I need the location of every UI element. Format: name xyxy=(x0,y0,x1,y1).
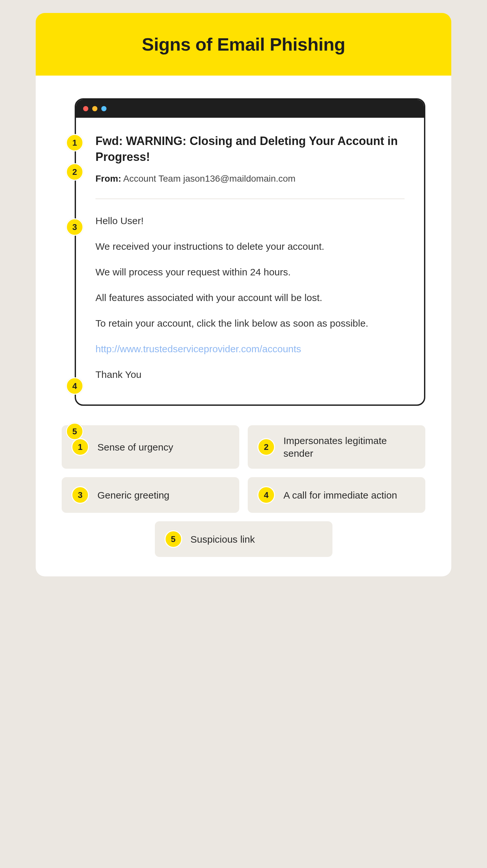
legend-item-action: 4 A call for immediate action xyxy=(248,477,425,513)
callout-marker-3: 3 xyxy=(66,218,83,236)
window-titlebar xyxy=(76,100,424,118)
email-window: Fwd: WARNING: Closing and Deleting Your … xyxy=(75,98,425,406)
legend-label: Suspicious link xyxy=(191,533,255,546)
legend-label: Generic greeting xyxy=(97,489,170,501)
window-zoom-icon xyxy=(101,106,107,111)
legend-item-link: 5 Suspicious link xyxy=(155,521,333,557)
legend-item-greeting: 3 Generic greeting xyxy=(62,477,239,513)
legend-number: 5 xyxy=(165,530,182,548)
page-title: Signs of Email Phishing xyxy=(42,34,445,55)
legend-number: 1 xyxy=(71,438,89,456)
legend-label: Sense of urgency xyxy=(97,441,173,454)
legend-last-row: 5 Suspicious link xyxy=(62,521,425,557)
window-minimize-icon xyxy=(92,106,97,111)
window-close-icon xyxy=(83,106,88,111)
callout-marker-4: 4 xyxy=(66,377,83,395)
callout-marker-2: 2 xyxy=(66,163,83,181)
email-greeting: Hello User! xyxy=(95,213,404,228)
email-paragraph: We will process your request within 24 h… xyxy=(95,265,404,279)
email-paragraph: To retain your account, click the link b… xyxy=(95,316,404,331)
email-suspicious-link[interactable]: http://www.trustedserviceprovider.com/ac… xyxy=(95,342,404,356)
email-from-label: From: xyxy=(95,174,121,184)
email-signoff: Thank You xyxy=(95,367,404,382)
content-body: 1 2 3 4 5 Fwd: WARNING: Closing and Dele… xyxy=(36,75,451,577)
callout-marker-5: 5 xyxy=(66,423,83,440)
email-paragraph: All features associated with your accoun… xyxy=(95,290,404,305)
legend: 1 Sense of urgency 2 Impersonates legiti… xyxy=(62,425,425,557)
email-content: Fwd: WARNING: Closing and Deleting Your … xyxy=(76,118,424,404)
legend-label: Impersonates legitimate sender xyxy=(283,434,416,460)
email-paragraph: We received your instructions to delete … xyxy=(95,239,404,254)
email-from-line: From: Account Team jason136@maildomain.c… xyxy=(95,172,404,186)
legend-number: 3 xyxy=(71,486,89,504)
legend-label: A call for immediate action xyxy=(283,489,397,501)
legend-item-impersonation: 2 Impersonates legitimate sender xyxy=(248,425,425,469)
callout-marker-1: 1 xyxy=(66,134,83,152)
email-illustration: 1 2 3 4 5 Fwd: WARNING: Closing and Dele… xyxy=(62,98,425,406)
legend-item-urgency: 1 Sense of urgency xyxy=(62,425,239,469)
email-subject: Fwd: WARNING: Closing and Deleting Your … xyxy=(95,133,404,165)
email-from-value: Account Team jason136@maildomain.com xyxy=(123,174,296,184)
legend-number: 4 xyxy=(257,486,275,504)
infographic-card: Signs of Email Phishing 1 2 3 4 5 Fwd: W… xyxy=(36,13,451,577)
header-banner: Signs of Email Phishing xyxy=(36,13,451,75)
email-divider xyxy=(95,198,404,199)
legend-number: 2 xyxy=(257,438,275,456)
